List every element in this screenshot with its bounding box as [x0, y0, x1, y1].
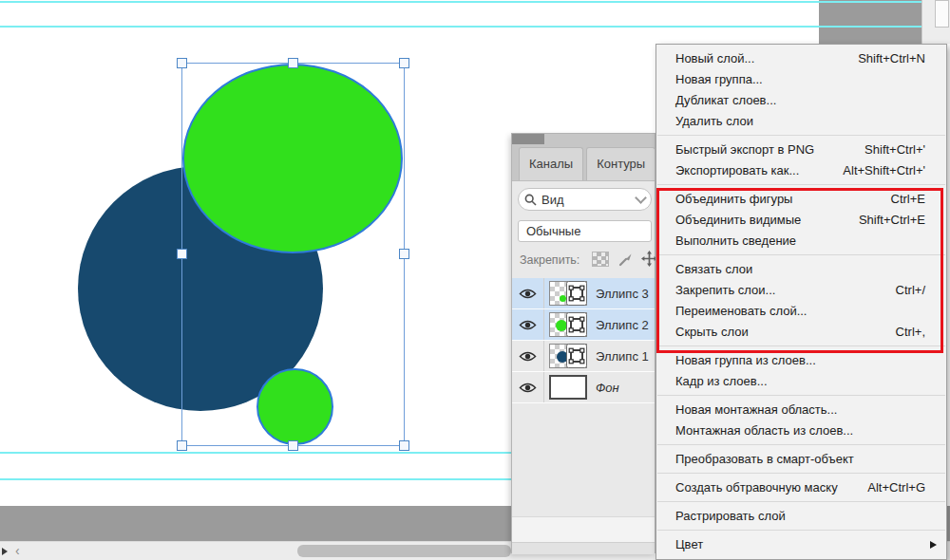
- menu-item-label: Цвет: [675, 534, 703, 555]
- layer-filter-select[interactable]: Вид: [518, 188, 652, 211]
- menu-separator: [657, 395, 945, 396]
- layer-name: Эллипс 3: [596, 287, 649, 301]
- pasteboard-top-right: [819, 0, 922, 44]
- horizontal-scrollbar-thumb[interactable]: [297, 545, 511, 557]
- layer-thumbnail[interactable]: [549, 375, 587, 400]
- menu-item-delete-layers[interactable]: Удалить слои: [656, 111, 946, 132]
- tab-channels[interactable]: Каналы: [519, 147, 583, 180]
- photoshop-workspace: ‹ Каналы Контуры Вид О: [0, 0, 950, 560]
- layer-filter-row: Вид: [512, 181, 655, 219]
- menu-separator: [657, 501, 945, 502]
- layer-row-ellipse-1[interactable]: Эллипс 1: [512, 341, 655, 372]
- selection-handle-se[interactable]: [399, 440, 409, 451]
- layer-thumbnail[interactable]: [549, 312, 587, 337]
- chevron-down-icon: [635, 192, 647, 204]
- visibility-toggle[interactable]: [512, 341, 544, 371]
- menu-separator: [657, 530, 945, 531]
- visibility-toggle[interactable]: [512, 278, 544, 308]
- menu-separator: [657, 473, 945, 474]
- menu-item-label: Экспортировать как...: [675, 160, 799, 181]
- eye-icon: [519, 288, 537, 300]
- menu-item-shortcut: Alt+Ctrl+G: [867, 477, 925, 498]
- shape-layer-badge-icon: [566, 344, 587, 368]
- layer-filter-label: Вид: [542, 193, 564, 207]
- submenu-arrow-icon: [930, 541, 937, 549]
- menu-item-shortcut: Shift+Ctrl+N: [858, 48, 925, 69]
- menu-item-new-group-from-layers[interactable]: Новая группа из слоев...: [656, 350, 946, 371]
- layer-row-background[interactable]: Фон: [512, 372, 655, 403]
- guide-line-top-2[interactable]: [0, 26, 922, 28]
- scroll-start-icon[interactable]: [2, 548, 8, 555]
- menu-separator: [657, 444, 945, 445]
- layer-name: Эллипс 2: [596, 318, 649, 332]
- selection-handle-s[interactable]: [288, 440, 298, 451]
- thumbnail-shape-dot: [560, 295, 566, 302]
- eye-icon: [519, 350, 537, 363]
- blend-mode-select[interactable]: Обычные: [518, 220, 652, 242]
- menu-item-label: Дубликат слоев...: [675, 90, 776, 111]
- lock-label: Закрепить:: [520, 253, 580, 267]
- visibility-toggle[interactable]: [512, 372, 544, 402]
- layer-list: Эллипс 3: [512, 278, 655, 403]
- menu-item-new-group[interactable]: Новая группа...: [656, 69, 946, 90]
- menu-item-shortcut: Shift+Ctrl+': [864, 140, 925, 160]
- eye-icon: [519, 382, 537, 394]
- lock-transparency-icon[interactable]: [592, 252, 609, 267]
- menu-item-rasterize-layer[interactable]: Растрировать слой: [656, 506, 946, 527]
- menu-item-label: Монтажная область из слоев...: [675, 420, 853, 441]
- menu-item-label: Кадр из слоев...: [675, 371, 768, 392]
- guide-line-bottom-1[interactable]: [0, 452, 513, 454]
- menu-item-label: Растрировать слой: [675, 506, 786, 527]
- panel-bottom-edge: [512, 542, 655, 554]
- shape-layer-badge-icon: [566, 312, 587, 337]
- panel-footer: [512, 516, 655, 542]
- transform-selection-box[interactable]: [181, 63, 405, 446]
- selection-handle-ne[interactable]: [399, 58, 409, 68]
- menu-item-label: Новая группа...: [675, 69, 763, 90]
- menu-item-artboard-from-layers[interactable]: Монтажная область из слоев...: [656, 420, 946, 441]
- layer-row-ellipse-3[interactable]: Эллипс 3: [512, 278, 655, 309]
- menu-item-shortcut: Alt+Shift+Ctrl+': [843, 160, 925, 181]
- menu-item-create-clipping-mask[interactable]: Создать обтравочную маску Alt+Ctrl+G: [656, 477, 946, 498]
- menu-item-frame-from-layers[interactable]: Кадр из слоев...: [656, 371, 946, 392]
- menu-item-color[interactable]: Цвет: [656, 534, 946, 555]
- guide-line-bottom-2[interactable]: [0, 478, 513, 480]
- selection-handle-sw[interactable]: [177, 440, 187, 451]
- selection-handle-nw[interactable]: [177, 58, 187, 68]
- menu-item-duplicate-layers[interactable]: Дубликат слоев...: [656, 90, 946, 111]
- menu-item-label: Новая монтажная область...: [675, 400, 837, 420]
- selection-handle-w[interactable]: [177, 249, 187, 259]
- selection-handle-e[interactable]: [399, 249, 409, 259]
- menu-separator: [657, 135, 945, 136]
- visibility-toggle[interactable]: [512, 309, 544, 340]
- menu-item-label: Преобразовать в смарт-объект: [675, 449, 854, 470]
- vertical-scrollbar[interactable]: [922, 0, 950, 44]
- guide-line-top-1[interactable]: [0, 1, 922, 3]
- layer-thumbnail[interactable]: [549, 281, 587, 306]
- menu-item-convert-to-smart-object[interactable]: Преобразовать в смарт-объект: [656, 449, 946, 470]
- blend-mode-value: Обычные: [526, 224, 580, 238]
- menu-separator: [657, 184, 945, 185]
- menu-item-new-artboard[interactable]: Новая монтажная область...: [656, 400, 946, 420]
- menu-item-label: Удалить слои: [675, 111, 753, 132]
- eye-icon: [519, 319, 537, 331]
- vertical-scrollbar-thumb[interactable]: [935, 0, 949, 28]
- layers-panel: Каналы Контуры Вид Обычные Закрепить:: [511, 133, 656, 553]
- menu-item-quick-export-png[interactable]: Быстрый экспорт в PNG Shift+Ctrl+': [656, 140, 946, 160]
- menu-item-export-as[interactable]: Экспортировать как... Alt+Shift+Ctrl+': [656, 160, 946, 181]
- tab-paths[interactable]: Контуры: [586, 147, 656, 180]
- layer-name: Фон: [596, 381, 619, 395]
- layer-thumbnail[interactable]: [549, 344, 587, 368]
- shape-layer-badge-icon: [566, 281, 587, 306]
- search-icon: [524, 194, 537, 206]
- scroll-left-chevron-icon[interactable]: ‹: [15, 542, 20, 559]
- selection-handle-n[interactable]: [288, 58, 298, 68]
- panel-tab-bar: Каналы Контуры: [512, 144, 655, 181]
- menu-item-label: Новая группа из слоев...: [675, 350, 816, 371]
- layer-name: Эллипс 1: [596, 349, 649, 364]
- menu-item-new-layer[interactable]: Новый слой... Shift+Ctrl+N: [656, 48, 946, 69]
- layer-row-ellipse-2[interactable]: Эллипс 2: [512, 309, 655, 341]
- tab-channels-label: Каналы: [529, 157, 573, 171]
- lock-paint-brush-icon[interactable]: [618, 252, 634, 267]
- tab-paths-label: Контуры: [597, 157, 645, 171]
